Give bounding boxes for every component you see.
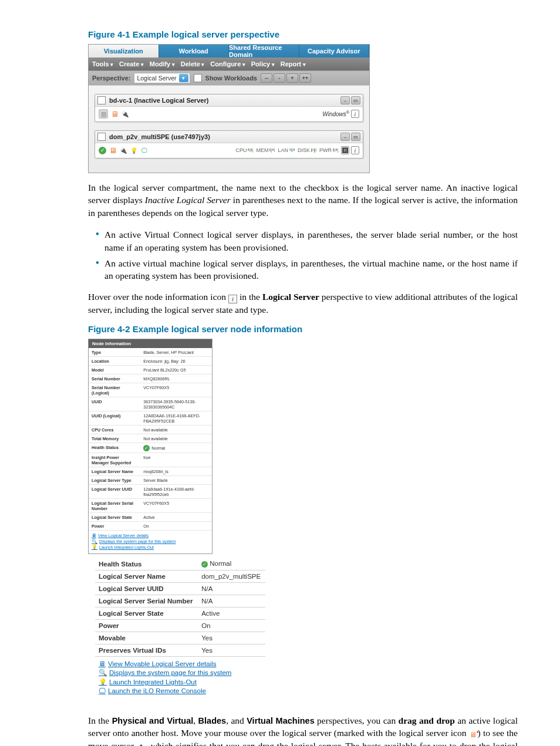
row-value: Enclosure: jig, Bay: 26: [140, 357, 212, 366]
status-ok-icon: ✓: [201, 561, 208, 568]
card-title: dom_p2v_multiSPE (use7497jy3): [109, 133, 210, 140]
row-label: Logical Server State: [95, 607, 198, 620]
perspective-select-value: Logical Server: [137, 75, 176, 82]
row-value: Not available: [140, 434, 212, 443]
toolbar-configure-menu[interactable]: Configure: [210, 60, 245, 67]
row-label: Movable: [95, 632, 198, 644]
perspective-select[interactable]: Logical Server ▾: [134, 73, 190, 83]
link[interactable]: 💡Launch Integrated Lights-Out: [99, 678, 262, 686]
link-icon: 🔍: [92, 539, 97, 544]
figure-4-1-title: Figure 4-1 Example logical server perspe…: [88, 29, 518, 39]
table-row: UUID36373034-3935-5840-5138-323830365004…: [89, 397, 212, 411]
table-row: PowerOn: [89, 522, 212, 531]
move-cursor-icon: ✥: [137, 744, 146, 746]
row-value: true: [140, 453, 212, 467]
table-row: Total MemoryNot available: [89, 434, 212, 443]
row-value: N/A: [198, 583, 265, 595]
row-value: Server Blade: [140, 476, 212, 485]
table-row: CPU CoresNot available: [89, 426, 212, 434]
link-icon: 🖵: [99, 687, 106, 694]
row-value: mxq8208rl_ls: [140, 467, 212, 476]
show-workloads-label: Show Workloads: [205, 75, 257, 82]
table-row: Insight Power Manager Supportedtrue: [89, 453, 212, 467]
row-value: ProLiant BL2x220c G5: [140, 366, 212, 374]
tab-visualization[interactable]: Visualization: [89, 45, 159, 58]
link[interactable]: 🖥View Logical Server details: [92, 533, 209, 538]
status-ok-icon: ✓: [143, 445, 150, 451]
row-value: MXQ82806RL: [140, 374, 212, 383]
connector-icon: 🔌: [121, 110, 129, 118]
table-row: Serial NumberMXQ82806RL: [89, 374, 212, 383]
row-value: 12a8daa6-191e-4168-aefd-fba295f52ceb: [140, 485, 212, 499]
row-label: CPU Cores: [89, 426, 140, 434]
table-row: Logical Server UUIDN/A: [95, 583, 265, 595]
card-checkbox[interactable]: [97, 133, 106, 141]
link[interactable]: 🔍Displays the system page for this syste…: [99, 669, 262, 677]
table-row: TypeBlade, Server, HP ProLiant: [89, 348, 212, 357]
toolbar-report-menu[interactable]: Report: [281, 60, 306, 67]
node-info-expanded-table: Health Status✓NormalLogical Server Named…: [95, 558, 265, 657]
link-icon: 🔍: [99, 669, 107, 677]
tab-workload[interactable]: Workload: [159, 45, 230, 58]
link[interactable]: 💡Launch Integrated Lights-Out: [92, 545, 209, 550]
meter-mem: MEM: [256, 147, 276, 153]
table-row: Logical Server Serial NumberVCY07F60X5: [89, 499, 212, 513]
row-value: On: [198, 620, 265, 632]
monitor-icon: 🖵: [140, 146, 149, 154]
row-label: Serial Number (Logical): [89, 383, 140, 397]
collapse-icon[interactable]: –: [340, 96, 350, 104]
table-row: Health Status✓Normal: [89, 443, 212, 453]
row-value: Active: [140, 513, 212, 522]
link[interactable]: 🖵Launch the iLO Remote Console: [99, 687, 262, 694]
zoom-in-button[interactable]: +: [286, 73, 298, 83]
row-label: UUID (Logical): [89, 411, 140, 426]
node-info-expanded-links: 🖥View Movable Logical Server details🔍Dis…: [95, 657, 265, 698]
status-pending-icon: ▨: [99, 109, 108, 119]
row-label: Power: [89, 522, 140, 531]
table-row: LocationEnclosure: jig, Bay: 26: [89, 357, 212, 366]
row-label: Logical Server UUID: [89, 485, 140, 499]
canvas: bd-vc-1 (Inactive Logical Server) – ▭ ▨ …: [89, 85, 369, 173]
toolbar-delete-menu[interactable]: Delete: [181, 60, 205, 67]
node-info-icon[interactable]: i: [351, 110, 359, 118]
minimize-icon[interactable]: ▭: [351, 96, 360, 104]
paragraph-3: In the Physical and Virtual, Blades, and…: [88, 714, 518, 746]
row-label: Logical Server Type: [89, 476, 140, 485]
node-info-links: 🖥View Logical Server details🔍Displays th…: [89, 531, 212, 553]
toolbar-create-menu[interactable]: Create: [119, 60, 144, 67]
info-icon: i: [228, 295, 237, 303]
toolbar-policy-menu[interactable]: Policy: [251, 60, 275, 67]
bullet-list: An active Virtual Connect logical server…: [88, 227, 518, 282]
collapse-icon[interactable]: –: [340, 133, 350, 141]
card-title: bd-vc-1 (Inactive Logical Server): [109, 97, 208, 104]
node-info-icon[interactable]: i: [351, 146, 359, 154]
minimize-icon[interactable]: ▭: [351, 133, 360, 141]
toolbar-modify-menu[interactable]: Modify: [150, 60, 175, 67]
row-value: Active: [198, 607, 265, 620]
table-row: Health Status✓Normal: [95, 558, 265, 571]
row-label: Type: [89, 348, 140, 357]
os-badge: Windows®: [322, 110, 349, 117]
show-workloads-checkbox[interactable]: [194, 74, 202, 82]
row-label: Logical Server Serial Number: [95, 595, 198, 607]
zoom-out-button[interactable]: -: [274, 73, 285, 83]
table-row: Logical Server StateActive: [89, 513, 212, 522]
row-value: VCY07F60X5: [140, 499, 212, 513]
tab-capacity-advisor[interactable]: Capacity Advisor: [299, 45, 370, 58]
zoom-in-full-button[interactable]: ++: [299, 73, 311, 83]
link-icon: 💡: [92, 545, 97, 550]
link[interactable]: 🔍Displays the system page for this syste…: [92, 539, 209, 544]
row-label: Logical Server Serial Number: [89, 499, 140, 513]
row-value: dom_p2v_multiSPE: [198, 571, 265, 583]
row-value: Not available: [140, 426, 212, 434]
table-row: Logical Server TypeServer Blade: [89, 476, 212, 485]
toolbar-tools-menu[interactable]: Tools: [92, 60, 113, 67]
row-value: On: [140, 522, 212, 531]
status-ok-icon: ✓: [99, 147, 106, 154]
card-checkbox[interactable]: [97, 96, 106, 104]
row-label: Logical Server Name: [95, 571, 198, 583]
zoom-out-full-button[interactable]: --: [261, 73, 272, 83]
row-label: Location: [89, 357, 140, 366]
link[interactable]: 🖥View Movable Logical Server details: [99, 660, 262, 667]
tab-shared-resource-domain[interactable]: Shared Resource Domain: [229, 45, 299, 58]
